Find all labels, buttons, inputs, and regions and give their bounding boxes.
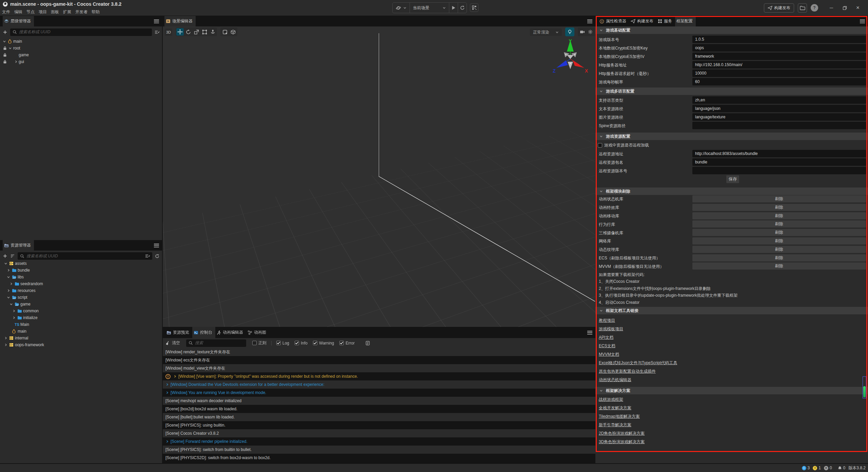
hierarchy-node-game[interactable]: game	[0, 52, 162, 58]
reload-button[interactable]	[458, 3, 467, 13]
link-3D角色扮演游戏解决方案[interactable]: 3D角色扮演游戏解决方案	[599, 439, 645, 445]
hierarchy-search-input[interactable]: 搜索名称或 UUID	[10, 28, 152, 36]
log-row[interactable]: [Scene] [box2d]:box2d wasm lib loaded.	[163, 405, 595, 413]
scrollbar-thumb[interactable]	[863, 386, 866, 397]
device-select[interactable]	[393, 3, 410, 13]
log-row[interactable]: [Scene] meshopt wasm decoder initialized	[163, 397, 595, 405]
field-input[interactable]: zh,en	[692, 96, 866, 104]
remove-module-button[interactable]: 剔除	[692, 195, 866, 202]
section-header-游戏资源配置[interactable]: 游戏资源配置	[595, 133, 868, 140]
log-row[interactable]: [Window] [Vue warn]: Property "onInput" …	[163, 372, 595, 380]
field-input[interactable]: http://localhost:8083/assets/bundle	[692, 150, 866, 157]
hierarchy-node-main[interactable]: main	[0, 38, 162, 45]
assets-node-game[interactable]: game	[0, 301, 162, 308]
menu-面板[interactable]: 面板	[49, 8, 61, 16]
tab-框架配置[interactable]: 框架配置	[675, 16, 696, 26]
section-header-框架模块剔除[interactable]: 框架模块剔除	[595, 188, 868, 195]
inspector-menu-icon[interactable]	[860, 19, 865, 23]
rect-tool-icon[interactable]	[201, 28, 208, 36]
tab-资源预览[interactable]: 资源预览	[165, 327, 192, 338]
chevron-right-icon[interactable]	[7, 269, 10, 272]
expand-icon[interactable]	[173, 375, 177, 378]
section-header-框架解决方案[interactable]: 框架解决方案	[595, 387, 868, 394]
field-input[interactable]: language/texture	[692, 113, 866, 121]
chevron-right-icon[interactable]	[12, 316, 16, 319]
rotate-tool-icon[interactable]	[184, 28, 192, 36]
tab-scene-editor[interactable]: 场景编辑器	[164, 16, 196, 26]
log-row[interactable]: [Window] render_texture文件夹存在	[163, 348, 595, 356]
space-tool-icon[interactable]	[229, 28, 237, 36]
status-info-count[interactable]: i3	[802, 466, 810, 470]
menu-帮助[interactable]: 帮助	[90, 8, 102, 16]
log-row[interactable]: [Window] model_view文件夹存在	[163, 364, 595, 372]
tab-动画编辑器[interactable]: 动画编辑器	[215, 327, 246, 338]
assets-node-internal[interactable]: internal	[0, 335, 162, 341]
clear-console-button[interactable]: 清空	[172, 340, 180, 346]
section-header-游戏多语言配置[interactable]: 游戏多语言配置	[595, 87, 868, 95]
link-ECS文档[interactable]: ECS文档	[599, 343, 615, 349]
chevron-right-icon[interactable]	[12, 309, 16, 313]
toggle-3d-button[interactable]: 3D	[165, 28, 172, 36]
tab-构建发布[interactable]: 构建发布	[629, 16, 656, 26]
hierarchy-menu-icon[interactable]	[154, 19, 159, 23]
menu-编辑[interactable]: 编辑	[12, 8, 24, 16]
scene-menu-icon[interactable]	[587, 19, 592, 23]
checkbox-游戏中资源是否远程加载[interactable]: 游戏中资源是否远程加载	[595, 141, 868, 150]
remove-module-button[interactable]: 剔除	[692, 237, 866, 244]
log-row[interactable]: [Window] ecs文件夹存在	[163, 356, 595, 364]
close-button[interactable]: ×	[853, 3, 863, 13]
chevron-right-icon[interactable]	[4, 336, 7, 340]
assets-node-script[interactable]: script	[0, 294, 162, 301]
menu-扩展[interactable]: 扩展	[61, 8, 73, 16]
link-新手引导解决方案[interactable]: 新手引导解决方案	[599, 422, 631, 428]
field-input[interactable]: 60	[692, 78, 866, 85]
expand-icon[interactable]	[165, 391, 169, 394]
chevron-down-icon[interactable]	[9, 302, 13, 306]
status-bell-count[interactable]: 0	[838, 466, 846, 470]
tab-hierarchy[interactable]: 层级管理器	[3, 16, 34, 26]
anchor-tool-icon[interactable]	[209, 28, 216, 36]
assets-node-initialize[interactable]: initialize	[0, 314, 162, 321]
chevron-right-icon[interactable]	[4, 343, 7, 347]
link-原生包热更新配置自动生成插件[interactable]: 原生包热更新配置自动生成插件	[599, 369, 656, 374]
field-input[interactable]: 1.0.5	[692, 36, 866, 43]
filter-info-checkbox[interactable]: Info	[295, 341, 308, 346]
log-row[interactable]: [Window] Download the Vue Devtools exten…	[163, 380, 595, 389]
link-API文档[interactable]: API文档	[599, 335, 613, 340]
add-node-icon[interactable]	[3, 30, 7, 35]
link-全栈开发解决方案[interactable]: 全栈开发解决方案	[599, 405, 631, 411]
gear-icon[interactable]	[587, 28, 594, 36]
field-input[interactable]: 10000	[692, 70, 866, 77]
save-button[interactable]: 保存	[726, 175, 739, 183]
hierarchy-node-gui[interactable]: gui	[0, 58, 162, 65]
link-教程项目[interactable]: 教程项目	[599, 318, 615, 323]
move-tool-icon[interactable]	[176, 28, 184, 36]
assets-node-oops-framework[interactable]: oops-framework	[0, 341, 162, 348]
assets-node-resources[interactable]: resources	[0, 287, 162, 294]
link-战棋游戏框架[interactable]: 战棋游戏框架	[599, 397, 623, 402]
expand-icon[interactable]	[165, 383, 169, 386]
chevron-down-icon[interactable]	[7, 296, 10, 299]
assets-node-common[interactable]: common	[0, 308, 162, 314]
assets-menu-icon[interactable]	[154, 243, 159, 247]
assets-node-bundle[interactable]: bundle	[0, 267, 162, 274]
link-Tiledmap地图解决方案[interactable]: Tiledmap地图解决方案	[599, 414, 640, 419]
link-动画状态机编辑器[interactable]: 动画状态机编辑器	[599, 377, 631, 383]
filter-error-checkbox[interactable]: Error	[339, 341, 355, 346]
tab-assets[interactable]: 资源管理器	[3, 240, 34, 251]
scene-viewport[interactable]: YZX 3D 正常渲染	[163, 26, 595, 327]
export-log-icon[interactable]	[366, 341, 370, 346]
camera-icon[interactable]	[578, 28, 586, 36]
field-input[interactable]	[692, 167, 866, 174]
field-input[interactable]: language/json	[692, 105, 866, 112]
assets-node-seedrandom[interactable]: seedrandom	[0, 280, 162, 287]
chevron-right-icon[interactable]	[9, 282, 13, 286]
assets-node-assets[interactable]: assets	[0, 260, 162, 267]
log-row[interactable]: [Scene] [bullet]:bullet wasm lib loaded.	[163, 413, 595, 421]
chevron-right-icon[interactable]	[14, 60, 18, 63]
menu-文件[interactable]: 文件	[0, 8, 12, 16]
section-header-框架文档工具链接[interactable]: 框架文档工具链接	[595, 307, 868, 314]
log-row[interactable]: [Scene] [PHYSICS]: switch from builtin t…	[163, 446, 595, 454]
link-MVVM文档[interactable]: MVVM文档	[599, 352, 619, 357]
assets-node-libs[interactable]: libs	[0, 274, 162, 280]
